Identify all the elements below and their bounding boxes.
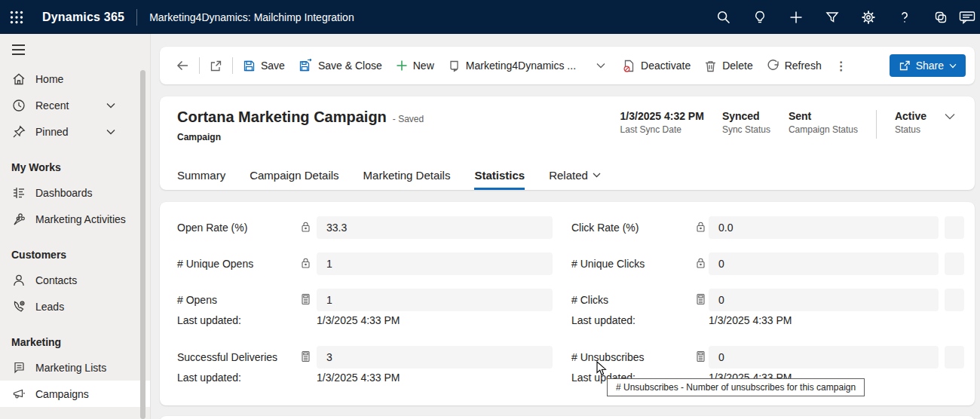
trash-icon — [704, 60, 717, 72]
last-updated-label: Last updated: — [177, 314, 241, 326]
entity-type-label: Campaign — [177, 132, 424, 142]
flow-menu-chevron-icon[interactable] — [593, 60, 608, 72]
sidebar-item-marketing-activities[interactable]: Marketing Activities — [0, 206, 150, 232]
new-button[interactable]: New — [389, 55, 441, 76]
flow-menu-button[interactable]: Marketing4Dynamics ... — [441, 55, 583, 77]
sidebar-item-dashboards[interactable]: Dashboards — [0, 179, 150, 206]
save-icon — [243, 60, 256, 72]
last-updated-label: Last updated: — [177, 372, 241, 384]
clicks-last-updated: 1/3/2025 4:33 PM — [709, 314, 792, 326]
share-icon — [899, 60, 911, 72]
refresh-button[interactable]: Refresh — [760, 55, 828, 77]
search-icon[interactable] — [706, 0, 742, 34]
tab-campaign-details[interactable]: Campaign Details — [250, 169, 338, 190]
home-icon — [11, 72, 26, 86]
command-divider — [232, 57, 233, 74]
share-button[interactable]: Share — [890, 54, 966, 77]
header-field-sync-status: Synced Sync Status — [722, 110, 770, 135]
main-content: Save Save & Close New — [151, 34, 980, 419]
app-title[interactable]: Marketing4Dynamics: Mailchimp Integratio… — [149, 11, 354, 23]
person-icon — [11, 274, 26, 287]
overflow-ellipsis-icon[interactable]: ⋮ — [828, 54, 854, 78]
lock-icon — [300, 257, 314, 271]
record-header: Cortana Marketing Campaign - Saved Campa… — [160, 96, 975, 190]
topbar-divider — [136, 9, 137, 26]
field-label-successful-deliveries: Successful Deliveries — [177, 346, 277, 369]
tab-marketing-details[interactable]: Marketing Details — [363, 169, 451, 190]
new-plus-icon — [396, 60, 408, 72]
lock-icon — [695, 221, 709, 234]
header-field-status[interactable]: Active Status — [895, 110, 926, 135]
chevron-down-icon[interactable] — [103, 102, 118, 109]
sidebar-item-recent[interactable]: Recent — [0, 92, 150, 118]
deactivate-button[interactable]: Deactivate — [616, 55, 697, 77]
chevron-down-icon[interactable] — [103, 129, 118, 135]
sidebar-item-campaigns[interactable]: Campaigns — [0, 381, 150, 407]
calculator-icon — [695, 293, 709, 307]
clicks-input[interactable]: 0 — [709, 289, 939, 311]
command-divider — [199, 57, 200, 74]
successful-deliveries-input[interactable]: 3 — [317, 346, 553, 369]
field-label-open-rate: Open Rate (%) — [177, 216, 247, 239]
calculator-icon — [695, 350, 709, 364]
sidebar-item-label: Recent — [35, 99, 69, 112]
hamburger-menu-icon[interactable] — [0, 34, 150, 66]
chat-feedback-icon[interactable] — [959, 0, 980, 34]
copilot-icon[interactable] — [923, 0, 959, 34]
header-field-last-sync-date: 1/3/2025 4:32 PM Last Sync Date — [620, 110, 704, 135]
sidebar-item-pinned[interactable]: Pinned — [0, 118, 150, 145]
opens-last-updated: 1/3/2025 4:33 PM — [317, 314, 400, 326]
popout-icon[interactable] — [203, 55, 229, 77]
open-rate-input[interactable]: 33.3 — [317, 216, 553, 239]
command-bar: Save Save & Close New — [160, 47, 975, 84]
collapse-header-chevron-icon[interactable] — [945, 113, 955, 120]
marketing-activities-icon — [11, 213, 26, 226]
pin-icon — [11, 125, 26, 139]
click-rate-input[interactable]: 0.0 — [709, 216, 939, 239]
sidebar-item-home[interactable]: Home — [0, 66, 150, 92]
last-updated-label: Last updated: — [571, 314, 635, 326]
tab-statistics[interactable]: Statistics — [474, 169, 525, 190]
header-fields: 1/3/2025 4:32 PM Last Sync Date Synced S… — [620, 110, 955, 139]
lightbulb-icon[interactable] — [742, 0, 778, 34]
field-label-unsubscribes: # Unsubscribes — [571, 346, 645, 369]
save-and-close-button[interactable]: Save & Close — [292, 54, 389, 77]
flow-icon — [448, 60, 461, 72]
sidebar-item-contacts[interactable]: Contacts — [0, 267, 150, 293]
sidebar-item-marketing-lists[interactable]: Marketing Lists — [0, 354, 150, 381]
sidebar-scrollbar[interactable] — [140, 70, 145, 419]
unsubscribes-input[interactable]: 0 — [709, 346, 939, 369]
settings-gear-icon[interactable] — [850, 0, 887, 34]
help-icon[interactable] — [887, 0, 923, 34]
deliveries-last-updated: 1/3/2025 4:33 PM — [317, 372, 400, 384]
tab-related[interactable]: Related — [549, 169, 601, 190]
unique-clicks-input[interactable]: 0 — [709, 252, 939, 275]
product-name[interactable]: Dynamics 365 — [42, 11, 124, 24]
field-end-box — [945, 216, 964, 239]
filter-icon[interactable] — [814, 0, 850, 34]
sidebar-item-label: Pinned — [35, 126, 69, 138]
record-title: Cortana Marketing Campaign — [177, 109, 387, 126]
field-label-clicks: # Clicks — [571, 289, 608, 311]
field-tooltip: # Unsubscribes - Number of unsubscribes … — [607, 378, 865, 396]
unique-opens-input[interactable]: 1 — [317, 252, 553, 275]
list-icon — [11, 361, 26, 375]
field-end-box — [945, 252, 964, 275]
opens-input[interactable]: 1 — [317, 289, 553, 311]
tab-summary[interactable]: Summary — [177, 169, 225, 190]
plus-icon[interactable] — [778, 0, 814, 34]
chevron-down-icon — [593, 173, 601, 178]
sidebar-item-leads[interactable]: Leads — [0, 293, 150, 320]
field-end-box — [945, 346, 964, 369]
save-button[interactable]: Save — [236, 55, 292, 77]
app-launcher-waffle-icon[interactable] — [0, 0, 33, 34]
delete-button[interactable]: Delete — [697, 55, 759, 77]
dashboard-icon — [11, 186, 26, 200]
clock-icon — [11, 99, 26, 112]
statistics-section: Open Rate (%) 33.3 Click Rate (%) 0.0 # … — [160, 202, 975, 405]
sidebar-item-label: Contacts — [35, 274, 77, 286]
sidebar-section-marketing: Marketing — [0, 330, 150, 354]
save-state: - Saved — [393, 114, 424, 124]
sidebar-section-customers: Customers — [0, 243, 150, 267]
back-button[interactable] — [169, 54, 196, 77]
